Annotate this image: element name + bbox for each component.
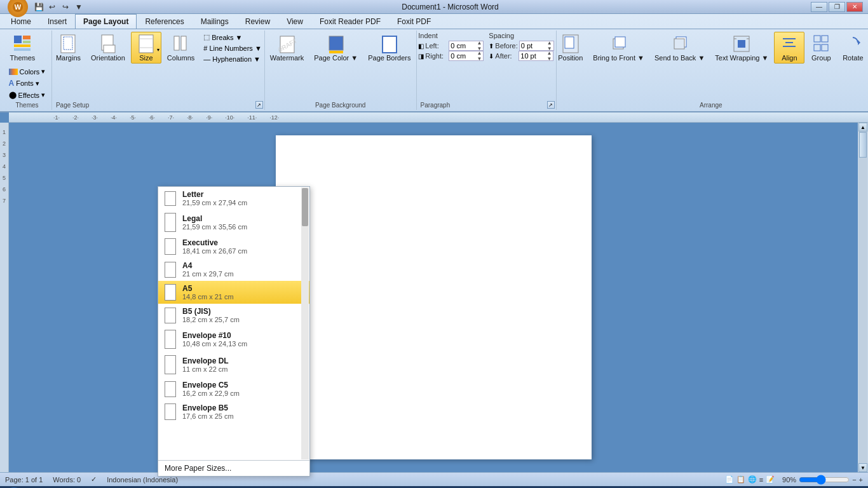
page-borders-button[interactable]: Page Borders xyxy=(363,32,415,64)
zoom-out-icon[interactable]: − xyxy=(852,476,856,484)
size-item-executive[interactable]: Executive 18,41 cm x 26,67 cm xyxy=(158,235,309,258)
size-item-legal[interactable]: Legal 21,59 cm x 35,56 cm xyxy=(158,210,309,235)
page-borders-icon xyxy=(379,34,400,54)
bring-to-front-button[interactable]: Bring to Front ▼ xyxy=(588,32,649,64)
view-draft-icon[interactable]: 📝 xyxy=(766,475,775,484)
group-button[interactable]: Group xyxy=(806,32,836,64)
text-wrapping-button[interactable]: Text Wrapping ▼ xyxy=(710,32,773,64)
tab-view[interactable]: View xyxy=(278,14,311,29)
view-outline-icon[interactable]: ≡ xyxy=(759,476,763,484)
words-status: Words: 0 xyxy=(53,476,81,484)
view-web-icon[interactable]: 🌐 xyxy=(748,475,757,484)
size-item-dims: 10,48 cm x 24,13 cm xyxy=(182,340,247,348)
scroll-down-btn[interactable]: ▼ xyxy=(858,463,867,472)
dropdown-scrollbar[interactable] xyxy=(301,187,309,459)
document-page[interactable] xyxy=(276,135,592,459)
save-btn[interactable]: 💾 xyxy=(33,1,44,13)
tab-page-layout[interactable]: Page Layout xyxy=(75,14,137,29)
tab-mailings[interactable]: Mailings xyxy=(193,14,237,29)
spacing-before-input[interactable]: 0 pt ▲ ▼ xyxy=(519,41,554,51)
view-normal-icon[interactable]: 📄 xyxy=(725,475,734,484)
size-item-name: B5 (JIS) xyxy=(182,307,240,316)
effects-button[interactable]: ⬤ Effects ▾ xyxy=(6,90,49,100)
orientation-label: Orientation xyxy=(91,54,125,62)
watermark-button[interactable]: DRAFT Watermark xyxy=(266,32,308,64)
page-setup-expand-btn[interactable]: ↗ xyxy=(255,101,263,109)
indent-right-down[interactable]: ▼ xyxy=(477,56,482,62)
tab-references[interactable]: References xyxy=(137,14,192,29)
tab-review[interactable]: Review xyxy=(237,14,278,29)
line-numbers-button[interactable]: # Line Numbers ▼ xyxy=(200,43,265,53)
indent-left-input[interactable]: 0 cm ▲ ▼ xyxy=(449,41,484,51)
undo-btn[interactable]: ↩ xyxy=(46,1,58,13)
page-bg-content: DRAFT Watermark Page Color ▼ Page Border… xyxy=(266,32,416,100)
more-paper-sizes-btn[interactable]: More Paper Sizes... xyxy=(158,460,309,476)
size-item-dims: 16,2 cm x 22,9 cm xyxy=(182,390,240,397)
qa-dropdown-btn[interactable]: ▼ xyxy=(73,1,85,13)
size-item-envelope-c5[interactable]: Envelope C5 16,2 cm x 22,9 cm xyxy=(158,377,309,400)
size-item-a5[interactable]: A5 14,8 cm x 21 cm xyxy=(158,281,309,304)
minimize-btn[interactable]: — xyxy=(811,2,827,12)
size-item-name: Envelope C5 xyxy=(182,381,240,390)
tab-foxit-pdf[interactable]: Foxit Reader PDF xyxy=(311,14,389,29)
spacing-after-label: After: xyxy=(495,52,517,60)
zoom-in-icon[interactable]: + xyxy=(859,476,863,484)
themes-button[interactable]: Themes xyxy=(6,32,40,64)
maximize-btn[interactable]: ❐ xyxy=(829,2,845,12)
send-to-back-button[interactable]: Send to Back ▼ xyxy=(650,32,709,64)
scroll-thumb[interactable] xyxy=(859,132,867,158)
scroll-up-btn[interactable]: ▲ xyxy=(858,123,867,132)
size-button[interactable]: Size ▾ xyxy=(131,32,161,64)
align-button[interactable]: Align xyxy=(774,32,804,64)
size-item-text: Envelope DL 11 cm x 22 cm xyxy=(182,356,229,373)
columns-label: Columns xyxy=(167,54,194,62)
zoom-slider[interactable] xyxy=(799,476,850,484)
colors-button[interactable]: Colors ▾ xyxy=(6,66,49,77)
language-status[interactable]: Indonesian (Indonesia) xyxy=(107,476,178,484)
size-item-name: Envelope #10 xyxy=(182,331,247,340)
watermark-label: Watermark xyxy=(270,54,304,62)
tab-insert[interactable]: Insert xyxy=(39,14,75,29)
indent-left-up[interactable]: ▲ xyxy=(477,40,482,46)
breaks-button[interactable]: ⬚ Breaks ▼ xyxy=(200,32,265,43)
svg-rect-35 xyxy=(822,36,828,42)
fonts-arrow: ▾ xyxy=(36,79,39,88)
columns-button[interactable]: Columns xyxy=(163,32,199,64)
document-area[interactable] xyxy=(9,123,858,472)
margins-button[interactable]: Margins xyxy=(51,32,85,64)
rotate-button[interactable]: Rotate xyxy=(837,32,868,64)
tab-home[interactable]: Home xyxy=(3,14,39,29)
size-item-envelope-dl[interactable]: Envelope DL 11 cm x 22 cm xyxy=(158,352,309,377)
position-button[interactable]: Position xyxy=(553,32,587,64)
redo-btn[interactable]: ↪ xyxy=(60,1,71,13)
size-item-a4[interactable]: A4 21 cm x 29,7 cm xyxy=(158,258,309,281)
size-item-icon xyxy=(165,284,176,301)
spacing-after-input[interactable]: 10 pt ▲ ▼ xyxy=(519,51,553,61)
indent-right-input[interactable]: 0 cm ▲ ▼ xyxy=(449,51,484,61)
breaks-label: Breaks ▼ xyxy=(212,34,242,41)
close-btn[interactable]: ✕ xyxy=(846,2,863,12)
paragraph-expand-btn[interactable]: ↗ xyxy=(547,101,555,109)
spacing-before-up[interactable]: ▲ xyxy=(547,40,552,46)
svg-rect-7 xyxy=(61,35,75,53)
size-item-envelope-b5[interactable]: Envelope B5 17,6 cm x 25 cm xyxy=(158,400,309,423)
indent-right-up[interactable]: ▲ xyxy=(477,50,482,56)
page-color-button[interactable]: Page Color ▼ xyxy=(309,32,362,64)
hyphenation-button[interactable]: — Hyphenation ▼ xyxy=(200,54,265,64)
svg-rect-34 xyxy=(814,36,820,42)
fonts-button[interactable]: A Fonts ▾ xyxy=(6,78,49,89)
page-color-label: Page Color ▼ xyxy=(314,54,358,62)
spacing-after-up[interactable]: ▲ xyxy=(546,50,552,56)
effects-arrow: ▾ xyxy=(41,91,45,99)
view-fullscreen-icon[interactable]: 📋 xyxy=(736,475,745,484)
size-item-letter[interactable]: Letter 21,59 cm x 27,94 cm xyxy=(158,187,309,210)
size-item-b5-(jis)[interactable]: B5 (JIS) 18,2 cm x 25,7 cm xyxy=(158,304,309,327)
tab-foxit-pdf2[interactable]: Foxit PDF xyxy=(389,14,439,29)
orientation-button[interactable]: Orientation xyxy=(86,32,130,64)
indent-left-icon: ◧ xyxy=(418,43,424,50)
svg-text:W: W xyxy=(15,3,22,11)
dropdown-scrollbar-thumb[interactable] xyxy=(302,188,308,226)
spacing-after-down[interactable]: ▼ xyxy=(546,56,552,62)
size-item-envelope-#10[interactable]: Envelope #10 10,48 cm x 24,13 cm xyxy=(158,327,309,352)
spacing-after-icon: ⬇ xyxy=(489,53,494,60)
